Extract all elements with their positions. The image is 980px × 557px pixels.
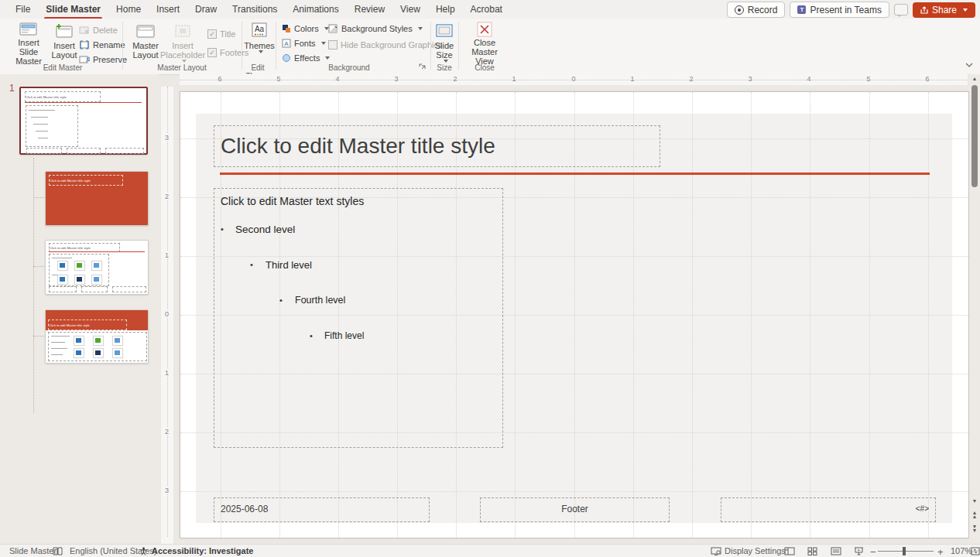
date-placeholder[interactable]: 2025-06-08 — [214, 497, 430, 522]
tab-review[interactable]: Review — [347, 1, 392, 18]
vertical-ruler[interactable]: 3 2 1 0 1 2 3 — [161, 87, 173, 544]
tab-help[interactable]: Help — [428, 1, 463, 18]
layout-connector-line — [33, 158, 34, 413]
background-styles-icon — [328, 24, 338, 33]
zoom-in-button[interactable]: + — [937, 546, 944, 557]
chevron-up-icon — [965, 62, 974, 68]
title-checkbox[interactable]: ✓ Title — [207, 28, 235, 40]
scroll-down-icon[interactable]: ▼ — [969, 498, 980, 504]
slide-thumbnail-panel: 1 Click to edit Master title style — [0, 74, 159, 544]
status-bar: Slide Master English (United States) Acc… — [0, 544, 980, 557]
comment-icon — [897, 15, 902, 17]
colors-button[interactable]: Colors — [282, 22, 329, 35]
group-label-edit-master: Edit Master — [5, 63, 121, 72]
zoom-slider-thumb[interactable] — [903, 547, 906, 555]
horizontal-ruler[interactable]: 6 5 4 3 2 1 0 1 2 3 4 5 6 — [180, 74, 968, 85]
hide-background-graphics-checkbox[interactable]: Hide Background Graphics — [328, 39, 442, 51]
fonts-button[interactable]: A Fonts — [282, 37, 326, 50]
slide-show-button[interactable] — [854, 547, 864, 555]
slide-size-button[interactable]: Slide Size — [431, 21, 457, 66]
bullet: • — [221, 224, 224, 234]
background-styles-button[interactable]: Background Styles — [328, 22, 423, 35]
effects-button[interactable]: Effects — [282, 52, 330, 64]
zoom-slider-track[interactable] — [878, 551, 934, 552]
ruler-mark: 0 — [571, 75, 575, 83]
ruler-mark: 3 — [748, 75, 752, 83]
slide-number-placeholder[interactable]: <#> — [721, 497, 936, 522]
tab-view[interactable]: View — [392, 1, 428, 18]
tab-draw[interactable]: Draw — [187, 1, 224, 18]
tab-insert[interactable]: Insert — [149, 1, 187, 18]
master-layout-button[interactable]: Master Layout — [128, 21, 163, 66]
title-underline-shape[interactable] — [220, 173, 930, 175]
mini-body-placeholder — [48, 332, 147, 361]
slide-size-icon — [435, 21, 454, 41]
fit-to-window-button[interactable] — [971, 547, 980, 555]
slide-sorter-view-button[interactable] — [807, 547, 817, 555]
ruler-mark: 6 — [218, 75, 221, 83]
mini-number-placeholder — [112, 286, 146, 292]
themes-button[interactable]: Aa Themes — [244, 21, 275, 66]
insert-slide-master-button[interactable]: Insert Slide Master — [9, 21, 48, 66]
body-level-4-text: Fourth level — [295, 295, 345, 306]
previous-slide-button[interactable]: ▲▲ — [969, 511, 980, 518]
svg-text:A: A — [284, 40, 289, 47]
tab-slide-master[interactable]: Slide Master — [38, 1, 108, 18]
ruler-mark: 3 — [165, 487, 169, 494]
mini-footer-placeholder — [67, 148, 101, 154]
tab-animations[interactable]: Animations — [285, 1, 346, 18]
vertical-scrollbar[interactable]: ▲ ▼ ▲▲ ▼▼ — [969, 74, 980, 544]
group-label-size: Size — [430, 63, 458, 72]
share-button[interactable]: Share — [913, 2, 975, 18]
tab-file[interactable]: File — [8, 1, 38, 18]
ruler-mark: 1 — [630, 75, 634, 83]
accessibility-status[interactable]: Accessibility: Investigate — [152, 546, 253, 555]
mini-body-placeholder — [49, 254, 109, 286]
tab-transitions[interactable]: Transitions — [224, 1, 285, 18]
layout-connector-line — [33, 266, 44, 267]
tab-home[interactable]: Home — [108, 1, 149, 18]
fonts-icon: A — [282, 39, 291, 48]
close-master-view-button[interactable]: Close Master View — [463, 21, 506, 66]
next-slide-button[interactable]: ▼▼ — [969, 525, 980, 532]
proofing-book-icon[interactable] — [53, 547, 63, 555]
normal-view-button[interactable] — [784, 547, 795, 555]
body-level-2-text: Second level — [235, 224, 295, 235]
thumbnail-header-layout[interactable]: Click to edit Master title style — [45, 309, 149, 364]
present-in-teams-button[interactable]: T Present in Teams — [790, 2, 889, 18]
footer-placeholder[interactable]: Footer — [480, 497, 670, 522]
scrollbar-thumb[interactable] — [971, 85, 978, 187]
thumbnail-title-slide-layout[interactable]: Click to edit Master title style — [45, 171, 149, 226]
thumbnail-slide-master[interactable]: Click to edit Master title style — [19, 87, 148, 155]
zoom-out-button[interactable]: − — [870, 546, 876, 557]
mini-title-placeholder: Click to edit Master title style — [25, 91, 101, 102]
title-placeholder[interactable]: Click to edit Master title style — [214, 125, 660, 167]
zoom-level[interactable]: 107% — [951, 546, 972, 555]
background-dialog-launcher[interactable] — [419, 63, 427, 71]
display-settings-icon — [711, 547, 721, 555]
record-button[interactable]: Record — [727, 2, 786, 18]
dropdown-icon — [321, 42, 326, 45]
master-layout-icon — [135, 21, 156, 41]
thumbnail-content-layout[interactable]: Click to edit Master title style — [45, 240, 149, 295]
rename-button[interactable]: Rename — [79, 39, 125, 51]
display-settings-button[interactable]: Display Settings — [725, 546, 786, 555]
ruler-mark: 4 — [807, 75, 810, 83]
slide-number-label: 1 — [9, 83, 15, 94]
ribbon-collapse-button[interactable] — [965, 62, 974, 68]
mini-title-underline — [49, 251, 145, 252]
footers-checkbox[interactable]: ✓ Footers — [207, 46, 248, 59]
insert-layout-button[interactable]: Insert Layout — [48, 21, 81, 66]
scroll-up-icon[interactable]: ▲ — [969, 76, 980, 82]
mini-body-placeholder — [26, 105, 78, 147]
comments-button[interactable] — [894, 4, 908, 15]
mini-number-placeholder — [105, 148, 144, 154]
ruler-mark: 5 — [866, 75, 870, 83]
delete-button[interactable]: Delete — [79, 24, 118, 36]
reading-view-button[interactable] — [831, 547, 841, 555]
tab-acrobat[interactable]: Acrobat — [463, 1, 510, 18]
view-status-label: Slide Master — [9, 546, 57, 555]
insert-placeholder-button[interactable]: Insert Placeholder — [163, 21, 203, 66]
slide-master-canvas[interactable]: Click to edit Master title style Click t… — [180, 91, 969, 538]
dropdown-icon — [259, 50, 263, 53]
